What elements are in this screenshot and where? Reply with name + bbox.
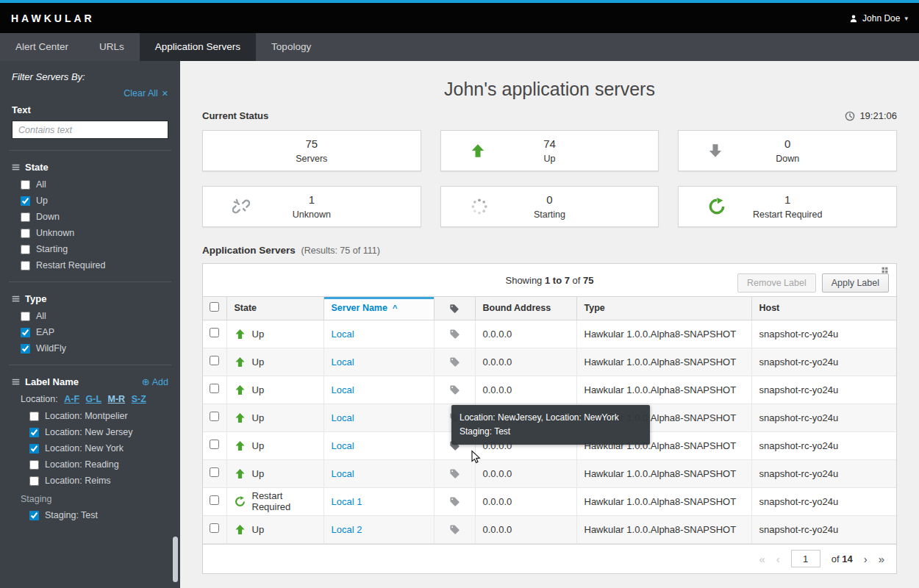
checkbox[interactable] (21, 212, 30, 222)
page-number-input[interactable] (791, 550, 820, 567)
tag-icon[interactable] (449, 524, 460, 535)
card-label: Restart Required (753, 208, 823, 221)
card-value: 1 (753, 192, 823, 208)
column-header-state[interactable]: State (226, 297, 323, 320)
sidebar-scrollbar[interactable] (173, 537, 178, 582)
row-checkbox[interactable] (210, 384, 219, 393)
filter-sidebar: Filter Servers By: Clear All✕ Text State… (0, 61, 180, 588)
state-section-header[interactable]: State (12, 162, 168, 173)
row-checkbox[interactable] (210, 495, 219, 505)
server-link[interactable]: Local (332, 384, 354, 395)
label-filter-new-jersey[interactable]: Location: New Jersey (12, 427, 168, 437)
user-menu[interactable]: John Doe ▾ (849, 13, 908, 24)
range-link-g-l[interactable]: G-L (86, 394, 102, 404)
label-filter-reading[interactable]: Location: Reading (12, 459, 168, 470)
tab-alert-center[interactable]: Alert Center (0, 33, 84, 61)
checkbox[interactable] (21, 312, 30, 321)
column-header-labels[interactable] (434, 297, 475, 320)
checkbox[interactable] (21, 245, 30, 254)
server-link[interactable]: Local (332, 356, 354, 368)
server-link[interactable]: Local (332, 468, 354, 479)
state-filter-all[interactable]: All (12, 179, 168, 190)
next-page-button[interactable]: › (864, 553, 868, 565)
host: snapshot-rc-yo24u (751, 404, 896, 431)
checkbox[interactable] (21, 180, 30, 190)
range-link-s-z[interactable]: S-Z (132, 394, 146, 404)
type-filter-wildfly[interactable]: WildFly (12, 343, 168, 354)
grid-icon[interactable] (882, 267, 888, 273)
checkbox[interactable] (29, 511, 39, 520)
checkbox[interactable] (29, 428, 39, 437)
row-checkbox[interactable] (210, 356, 219, 365)
state-filter-down[interactable]: Down (12, 212, 168, 222)
arrow-up-icon (235, 356, 246, 368)
checkbox[interactable] (29, 412, 39, 421)
tag-icon[interactable] (449, 329, 460, 340)
tab-topology[interactable]: Topology (256, 33, 326, 61)
type-filter-eap[interactable]: EAP (12, 327, 168, 337)
state-filter-starting[interactable]: Starting (12, 244, 168, 254)
column-header-bound-address[interactable]: Bound Address (475, 297, 576, 320)
checkbox[interactable] (29, 460, 39, 470)
row-checkbox[interactable] (210, 328, 219, 337)
server-type: Hawkular 1.0.0.Alpha8-SNAPSHOT (576, 515, 751, 543)
select-all-checkbox[interactable] (210, 302, 219, 312)
label-filter-staging-test[interactable]: Staging: Test (12, 510, 168, 520)
label-filter-montpelier[interactable]: Location: Montpelier (12, 411, 168, 421)
state-filter-up[interactable]: Up (12, 196, 168, 206)
sort-asc-icon: ^ (393, 304, 397, 312)
arrow-up-icon (471, 143, 485, 158)
state-filter-unknown[interactable]: Unknown (12, 228, 168, 238)
row-checkbox[interactable] (210, 440, 219, 449)
checkbox[interactable] (21, 344, 30, 354)
type-filter-all[interactable]: All (12, 311, 168, 321)
checkbox[interactable] (21, 328, 30, 337)
card-label: Starting (534, 208, 565, 221)
server-link[interactable]: Local (332, 440, 354, 451)
tag-icon[interactable] (449, 468, 460, 479)
tag-icon[interactable] (449, 496, 460, 507)
column-header-server-name[interactable]: Server Name^ (323, 297, 434, 320)
server-link[interactable]: Local (332, 329, 354, 340)
clear-all-button[interactable]: Clear All✕ (12, 88, 168, 98)
range-link-m-r[interactable]: M-R (108, 394, 126, 404)
host: snapshot-rc-yo24u (751, 431, 896, 459)
server-link[interactable]: Local 1 (332, 496, 362, 507)
server-link[interactable]: Local 2 (332, 524, 362, 535)
checkbox[interactable] (21, 229, 30, 238)
checkbox[interactable] (29, 444, 39, 453)
arrow-up-icon (235, 468, 246, 479)
tag-icon[interactable] (449, 384, 460, 395)
server-link[interactable]: Local (332, 412, 354, 423)
range-link-a-f[interactable]: A-F (64, 394, 79, 404)
checkbox[interactable] (29, 476, 39, 486)
state-filter-restart-required[interactable]: Restart Required (12, 260, 168, 270)
card-label: Servers (296, 152, 327, 165)
tab-application-servers[interactable]: Application Servers (140, 33, 256, 61)
first-page-button[interactable]: « (759, 553, 765, 565)
table-toolbar: Showing 1 to 7 of 75 Remove Label Apply … (203, 264, 896, 297)
checkbox[interactable] (21, 261, 30, 270)
list-icon (12, 163, 20, 171)
row-checkbox[interactable] (210, 467, 219, 477)
text-filter-input[interactable] (12, 121, 168, 139)
row-checkbox[interactable] (210, 523, 219, 533)
checkbox[interactable] (21, 196, 30, 206)
type-section-header[interactable]: Type (12, 293, 168, 304)
close-icon: ✕ (162, 89, 168, 98)
add-label-button[interactable]: ⊕Add (142, 376, 168, 387)
restart-icon (708, 198, 726, 215)
label-filter-new-york[interactable]: Location: New York (12, 443, 168, 453)
last-page-button[interactable]: » (879, 553, 884, 565)
label-filter-reims[interactable]: Location: Reims (12, 476, 168, 486)
remove-label-button[interactable]: Remove Label (737, 273, 816, 293)
label-name-title-wrap[interactable]: Label Name (12, 376, 79, 387)
row-checkbox[interactable] (210, 412, 219, 421)
tag-icon[interactable] (449, 356, 460, 368)
column-header-type[interactable]: Type (576, 297, 751, 320)
apply-label-button[interactable]: Apply Label (822, 273, 889, 293)
tab-urls[interactable]: URLs (84, 33, 140, 61)
column-header-host[interactable]: Host (751, 297, 896, 320)
prev-page-button[interactable]: ‹ (776, 553, 780, 565)
current-status-row: Current Status 19:21:06 (202, 110, 897, 121)
